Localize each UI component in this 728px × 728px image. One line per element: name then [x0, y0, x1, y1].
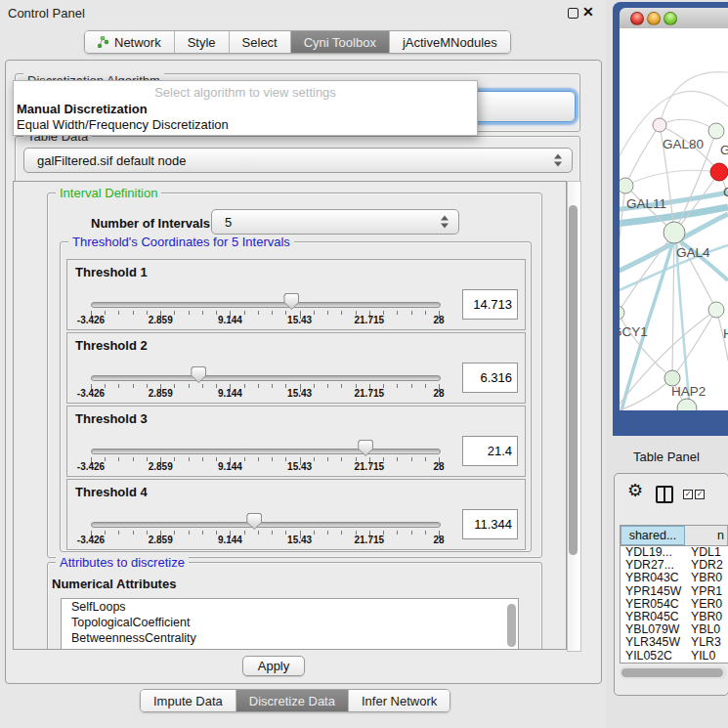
network-canvas[interactable]: GAL80GCGAL11GAL4GCY1HHAP2 [620, 28, 728, 410]
threshold-value-input[interactable] [462, 436, 518, 466]
slider-thumb[interactable] [358, 440, 373, 456]
slider-tick [341, 457, 342, 461]
attribute-list-item[interactable]: TopologicalCoefficient [62, 615, 518, 630]
cell-name[interactable]: YLR3 [685, 636, 728, 649]
close-icon[interactable]: ✕ [582, 4, 594, 20]
apply-button[interactable]: Apply [242, 656, 305, 676]
tab-cyni-toolbox[interactable]: Cyni Toolbox [291, 31, 390, 53]
cell-name[interactable]: YBR0 [685, 611, 728, 623]
table-row[interactable]: YIL052CYIL0 [621, 650, 728, 663]
cell-name[interactable]: YDL1 [685, 546, 728, 559]
network-node[interactable] [677, 399, 697, 410]
slider-tick [174, 457, 175, 461]
cell-shared-name[interactable]: YBR043C [621, 572, 685, 584]
node-label: GAL4 [676, 245, 710, 260]
threshold-value-input[interactable] [462, 363, 518, 393]
network-node[interactable] [620, 306, 624, 320]
tab-select[interactable]: Select [230, 31, 291, 53]
slider-tick [118, 311, 119, 315]
cell-name[interactable]: YBL0 [685, 623, 728, 636]
checkbox-icon[interactable]: ✓ [683, 490, 693, 499]
slider-track[interactable] [91, 449, 441, 454]
slider-tick [258, 384, 259, 388]
network-node[interactable] [664, 222, 685, 243]
cell-shared-name[interactable]: YDR27... [621, 559, 685, 572]
slider-tick [258, 311, 259, 315]
threshold-value-input[interactable] [462, 289, 518, 320]
tab-infer-network[interactable]: Infer Network [349, 690, 450, 711]
cell-shared-name[interactable]: YBR045C [621, 611, 685, 623]
column-header-shared-name[interactable]: shared... [621, 526, 685, 545]
slider-track[interactable] [91, 375, 441, 381]
tab-style[interactable]: Style [175, 31, 230, 53]
cell-shared-name[interactable]: YPR145W [621, 585, 685, 598]
network-node[interactable] [708, 123, 724, 139]
slider-thumb[interactable] [283, 293, 299, 310]
cell-name[interactable]: YER0 [685, 598, 728, 611]
cell-name[interactable]: YDR2 [685, 559, 728, 572]
table-data-combobox[interactable]: galFiltered.sif default node [23, 148, 573, 173]
table-row[interactable]: YDR27...YDR2 [621, 559, 728, 572]
slider-thumb[interactable] [246, 513, 262, 530]
attribute-list-item[interactable]: BetweennessCentrality [62, 630, 518, 646]
mac-close-icon[interactable] [630, 12, 644, 25]
cell-name[interactable]: YIL0 [685, 650, 728, 663]
tab-discretize-data[interactable]: Discretize Data [236, 690, 349, 711]
gear-icon[interactable]: ⚙ [627, 480, 643, 500]
table-horizontal-scrollbar[interactable] [620, 666, 727, 679]
network-node[interactable] [710, 163, 728, 181]
node-label: HAP2 [671, 384, 706, 399]
tab-impute-data[interactable]: Impute Data [141, 690, 236, 711]
checkbox-icon[interactable]: ✓ [695, 490, 705, 499]
table-row[interactable]: YLR345WYLR3 [621, 636, 728, 649]
slider-track[interactable] [91, 302, 441, 308]
tab-label: Discretize Data [249, 694, 335, 708]
table-row[interactable]: YBR043CYBR0 [621, 572, 728, 584]
slider-tick [327, 531, 328, 535]
popup-item-manual-discretization[interactable]: Manual Discretization [17, 102, 148, 116]
split-view-icon[interactable] [656, 486, 673, 503]
slider-tick [314, 311, 315, 315]
cell-shared-name[interactable]: YLR345W [621, 636, 685, 649]
slider-tick [118, 457, 119, 461]
panel-vertical-scrollbar[interactable] [567, 181, 581, 652]
table-row[interactable]: YBR045CYBR0 [621, 611, 728, 623]
tab-network[interactable]: Network [85, 31, 175, 53]
scrollbar-thumb[interactable] [569, 205, 578, 555]
network-node[interactable] [708, 302, 724, 318]
cell-name[interactable]: YBR0 [685, 572, 728, 584]
list-scrollbar[interactable] [507, 604, 516, 647]
slider-tick [341, 531, 342, 535]
table-row[interactable]: YBL079WYBL0 [621, 623, 728, 636]
network-window-titlebar[interactable] [620, 8, 728, 29]
node-table[interactable]: shared... n YDL19...YDL1YDR27...YDR2YBR0… [620, 525, 728, 664]
float-window-icon[interactable] [568, 8, 578, 19]
mac-zoom-icon[interactable] [664, 12, 677, 25]
table-row[interactable]: YER054CYER0 [621, 598, 728, 611]
scrollbar-thumb[interactable] [621, 668, 723, 677]
cell-name[interactable]: YPR1 [685, 585, 728, 598]
threshold-value-input[interactable] [462, 509, 518, 539]
number-of-intervals-combobox[interactable]: 5 [211, 209, 459, 235]
threshold-label: Threshold 3 [75, 411, 148, 426]
cell-shared-name[interactable]: YIL052C [621, 650, 685, 663]
cell-shared-name[interactable]: YDL19... [621, 546, 685, 559]
column-header-name[interactable]: n [685, 526, 728, 545]
cell-shared-name[interactable]: YER054C [621, 598, 685, 611]
attribute-list-item[interactable]: SelfLoops [62, 599, 518, 615]
tab-jactivemnodules[interactable]: jActiveMNodules [390, 31, 510, 53]
slider-tick [411, 457, 412, 461]
network-node[interactable] [653, 118, 666, 132]
network-node[interactable] [620, 178, 633, 193]
slider-tick [397, 384, 398, 388]
table-row[interactable]: YDL19...YDL1 [621, 546, 728, 559]
popup-item-equal-width-frequency[interactable]: Equal Width/Frequency Discretization [17, 117, 229, 132]
numerical-attributes-list[interactable]: SelfLoopsTopologicalCoefficientBetweenne… [61, 598, 519, 650]
table-row[interactable]: YPR145WYPR1 [621, 585, 728, 598]
slider-tick [133, 311, 134, 315]
cell-shared-name[interactable]: YBL079W [621, 623, 685, 636]
slider-track[interactable] [91, 522, 441, 528]
mac-minimize-icon[interactable] [647, 12, 661, 25]
slider-thumb[interactable] [191, 366, 206, 383]
threshold-panel-3: Threshold 3-3.4262.8599.14415.4321.71528 [66, 406, 526, 477]
